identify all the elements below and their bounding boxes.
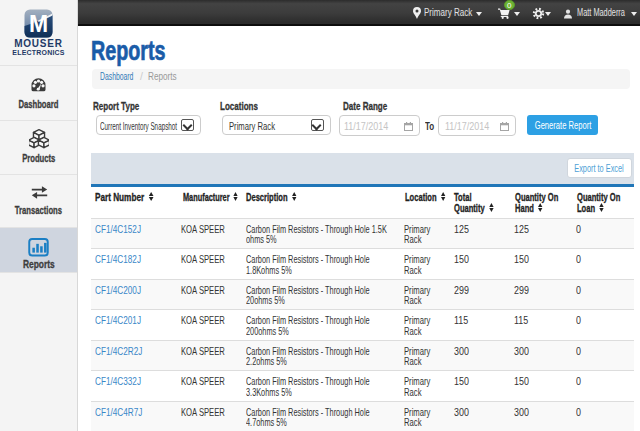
svg-text:M: M — [29, 11, 48, 37]
